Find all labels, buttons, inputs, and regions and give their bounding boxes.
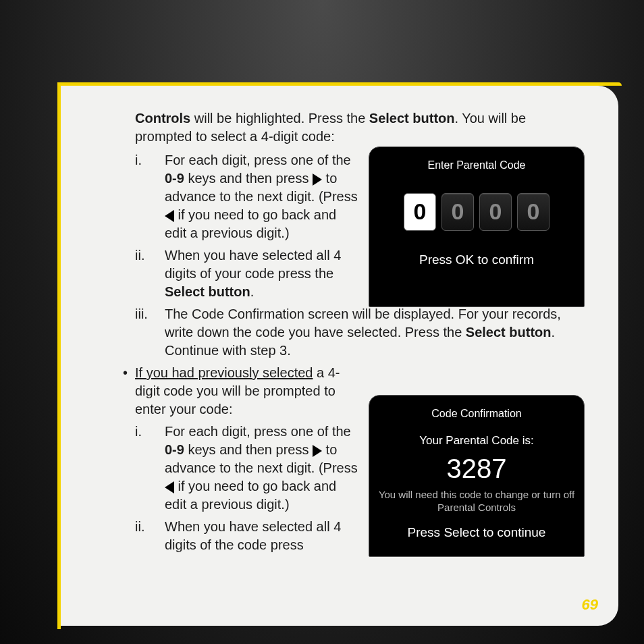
bullet-text: If you had previously selected a 4-digit… — [135, 364, 358, 419]
bullet-dot: • — [123, 364, 135, 419]
step-text: . — [250, 284, 254, 299]
select-button-label: Select button — [165, 284, 250, 299]
keys-range: 0-9 — [165, 171, 184, 186]
step-marker: ii. — [135, 246, 159, 265]
arrow-left-icon — [165, 481, 174, 493]
step-marker: i. — [135, 151, 159, 169]
page-number: 69 — [582, 595, 598, 615]
keys-range: 0-9 — [165, 442, 184, 457]
step-text: When you have selected all 4 digits of y… — [165, 248, 341, 281]
step-a-ii: ii. When you have selected all 4 digits … — [135, 246, 358, 301]
step-text: When you have selected all 4 digits of t… — [165, 519, 341, 552]
bullet-previous-code: • If you had previously selected a 4-dig… — [123, 364, 358, 419]
step-text: keys and then press — [184, 442, 313, 457]
arrow-right-icon — [313, 445, 322, 457]
intro-bold-select: Select button — [369, 111, 455, 126]
intro-text-1: will be highlighted. Press the — [190, 111, 369, 126]
digit-1[interactable]: 0 — [441, 193, 474, 231]
step-text: if you need to go back and edit a previo… — [165, 207, 336, 240]
step-text: keys and then press — [184, 171, 313, 186]
page-container: Controls will be highlighted. Press the … — [57, 82, 622, 629]
step-text: For each digit, press one of the — [165, 153, 351, 167]
digit-0[interactable]: 0 — [404, 193, 436, 231]
digit-2[interactable]: 0 — [479, 193, 512, 231]
screen2-sub: Your Parental Code is: — [376, 433, 577, 449]
intro-bold-controls: Controls — [135, 111, 190, 126]
code-confirmation-screen: Code Confirmation Your Parental Code is:… — [369, 395, 585, 557]
arrow-right-icon — [313, 173, 322, 186]
arrow-left-icon — [165, 210, 174, 222]
step-a-i: i. For each digit, press one of the 0-9 … — [135, 151, 358, 242]
screen1-title: Enter Parental Code — [376, 158, 577, 173]
step-marker: i. — [135, 423, 159, 441]
screen1-footer: Press OK to confirm — [376, 251, 577, 269]
step-marker: ii. — [135, 518, 159, 536]
step-text: For each digit, press one of the — [165, 424, 351, 439]
step-marker: iii. — [135, 305, 159, 323]
manual-page: Controls will be highlighted. Press the … — [61, 86, 618, 626]
step-b-i: i. For each digit, press one of the 0-9 … — [135, 423, 358, 514]
step-b-ii: ii. When you have selected all 4 digits … — [135, 518, 358, 554]
enter-code-screen: Enter Parental Code 0 0 0 0 Press OK to … — [369, 146, 585, 307]
screen2-note: You will need this code to change or tur… — [376, 488, 577, 514]
parental-code-value: 3287 — [376, 450, 577, 487]
bullet-underline: If you had previously selected — [135, 365, 313, 380]
step-text: if you need to go back and edit a previo… — [165, 479, 336, 512]
code-digits: 0 0 0 0 — [376, 193, 577, 231]
digit-3[interactable]: 0 — [517, 193, 549, 231]
screen2-footer: Press Select to continue — [376, 524, 577, 541]
intro-paragraph: Controls will be highlighted. Press the … — [135, 109, 581, 146]
select-button-label: Select button — [466, 325, 552, 340]
screen2-title: Code Confirmation — [376, 406, 577, 421]
step-a-iii: iii. The Code Confirmation screen will b… — [135, 305, 581, 360]
